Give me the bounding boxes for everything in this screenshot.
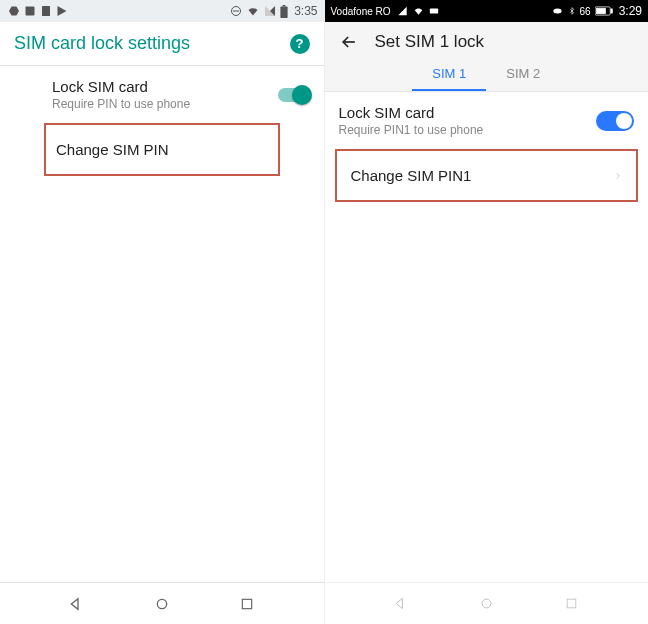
highlight-change-pin: Change SIM PIN — [44, 123, 280, 176]
nav-recent-icon[interactable] — [238, 595, 256, 613]
svg-point-6 — [157, 599, 166, 608]
nav-recent-icon[interactable] — [563, 595, 581, 613]
svg-rect-4 — [281, 6, 288, 18]
svg-rect-1 — [42, 6, 50, 16]
doc-icon — [40, 5, 52, 17]
tab-sim1[interactable]: SIM 1 — [412, 58, 486, 91]
back-icon[interactable] — [339, 32, 359, 52]
status-time: 3:29 — [619, 4, 642, 18]
play-icon — [56, 5, 68, 17]
bluetooth-icon — [568, 5, 576, 17]
nav-back-icon[interactable] — [392, 595, 410, 613]
signal-icon — [397, 6, 408, 16]
help-icon[interactable]: ? — [290, 34, 310, 54]
svg-rect-7 — [242, 599, 251, 608]
svg-rect-0 — [26, 7, 35, 16]
battery-pct: 66 — [580, 6, 591, 17]
svg-rect-12 — [596, 8, 605, 14]
nav-home-icon[interactable] — [153, 595, 171, 613]
tab-sim2[interactable]: SIM 2 — [486, 58, 560, 91]
drive-icon — [8, 5, 20, 17]
chevron-right-icon — [614, 170, 622, 182]
change-pin-label: Change SIM PIN — [56, 141, 264, 158]
svg-rect-8 — [429, 9, 437, 14]
svg-rect-14 — [567, 599, 576, 608]
lock-sim-label: Lock SIM card — [52, 78, 278, 95]
dnd-icon — [230, 5, 242, 17]
lock-sim-row[interactable]: Lock SIM card Require PIN to use phone — [0, 66, 324, 123]
signal-icon — [264, 5, 276, 17]
status-bar: 3:35 — [0, 0, 324, 22]
page-title: SIM card lock settings — [14, 33, 290, 54]
phone-right: Vodafone RO 66 3:29 Set SIM 1 lock — [325, 0, 649, 624]
header: Set SIM 1 lock — [325, 22, 649, 58]
nav-bar — [0, 582, 324, 624]
nav-back-icon[interactable] — [67, 595, 85, 613]
svg-point-9 — [553, 9, 561, 14]
change-pin-row[interactable]: Change SIM PIN — [46, 125, 278, 174]
nav-home-icon[interactable] — [477, 595, 495, 613]
page-title: Set SIM 1 lock — [375, 32, 485, 52]
lock-sim-label: Lock SIM card — [339, 104, 597, 121]
change-pin-row[interactable]: Change SIM PIN1 — [337, 151, 637, 200]
change-pin-label: Change SIM PIN1 — [351, 167, 615, 184]
lock-sim-sub: Require PIN to use phone — [52, 97, 278, 111]
lock-sim-toggle[interactable] — [278, 88, 310, 102]
svg-rect-5 — [283, 5, 286, 6]
lock-sim-row[interactable]: Lock SIM card Require PIN1 to use phone — [325, 92, 649, 149]
phone-left: 3:35 SIM card lock settings ? Lock SIM c… — [0, 0, 325, 624]
svg-rect-11 — [611, 9, 612, 13]
status-bar: Vodafone RO 66 3:29 — [325, 0, 649, 22]
wifi-icon — [412, 6, 425, 16]
nav-bar — [325, 582, 649, 624]
volte-icon — [429, 6, 439, 16]
status-time: 3:35 — [294, 4, 317, 18]
lock-sim-toggle[interactable] — [596, 111, 634, 131]
highlight-change-pin: Change SIM PIN1 — [335, 149, 639, 202]
image-icon — [24, 5, 36, 17]
battery-icon — [595, 6, 613, 16]
eye-icon — [551, 6, 564, 16]
header: SIM card lock settings ? — [0, 22, 324, 66]
lock-sim-sub: Require PIN1 to use phone — [339, 123, 597, 137]
battery-icon — [280, 5, 288, 18]
svg-point-13 — [482, 599, 491, 608]
sim-tabs: SIM 1 SIM 2 — [325, 58, 649, 92]
status-carrier: Vodafone RO — [331, 6, 391, 17]
wifi-icon — [246, 5, 260, 17]
